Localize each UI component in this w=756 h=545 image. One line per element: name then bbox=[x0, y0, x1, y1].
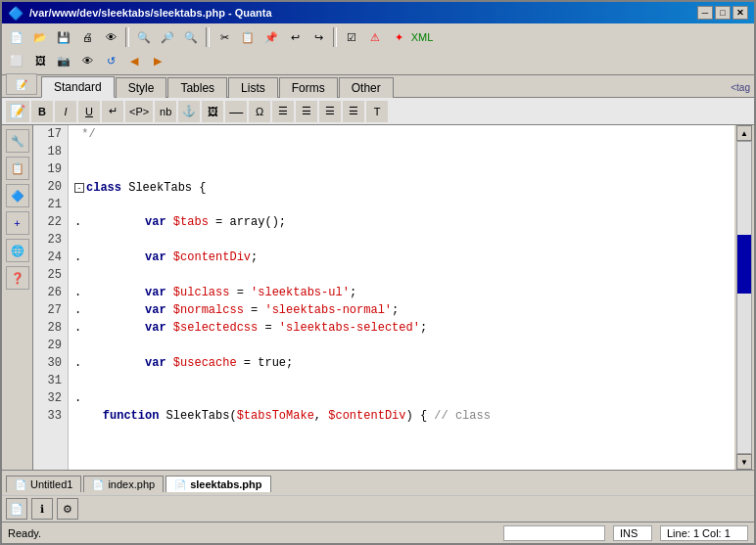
format-anchor-btn[interactable]: ⚓ bbox=[178, 101, 200, 122]
left-btn-2[interactable]: 📋 bbox=[6, 157, 29, 180]
status-ready: Ready. bbox=[8, 527, 496, 539]
tab-lists[interactable]: Lists bbox=[228, 77, 278, 98]
format-align-left-btn[interactable]: ☰ bbox=[272, 101, 294, 122]
status-search-field[interactable] bbox=[503, 525, 605, 541]
back-button[interactable]: ◀ bbox=[123, 50, 145, 71]
zoom-out-button[interactable]: 🔍 bbox=[180, 26, 202, 48]
main-window: 🔷 /var/www/dev/sleektabs/sleektabs.php -… bbox=[0, 0, 756, 545]
file-tab-sleektabs[interactable]: 📄 sleektabs.php bbox=[165, 476, 270, 492]
code-line-23 bbox=[74, 231, 729, 249]
code-line-31 bbox=[74, 372, 729, 389]
right-tag-icon: <tag bbox=[731, 82, 750, 93]
forward-button[interactable]: ▶ bbox=[147, 50, 168, 71]
view-btn3[interactable]: 📷 bbox=[53, 50, 74, 71]
file-tab-untitled[interactable]: 📄 Untitled1 bbox=[6, 476, 81, 492]
status-ins: INS bbox=[613, 525, 652, 541]
file-tab-label-sleektabs: sleektabs.php bbox=[190, 478, 261, 490]
minimize-button[interactable]: ─ bbox=[697, 6, 713, 20]
left-btn-4[interactable]: + bbox=[6, 211, 29, 235]
separator-3 bbox=[333, 27, 337, 47]
view-btn2[interactable]: 🖼 bbox=[29, 50, 51, 71]
format-italic-btn[interactable]: I bbox=[55, 101, 76, 122]
print-button[interactable]: 🖨 bbox=[76, 26, 98, 48]
file-tab-label-index: index.php bbox=[108, 478, 155, 490]
format-nb-btn[interactable]: nb bbox=[155, 101, 176, 122]
code-editor[interactable]: 17 18 19 20 21 22 23 24 25 26 27 28 29 3… bbox=[33, 125, 734, 470]
xml-button[interactable]: XML bbox=[411, 26, 433, 48]
format-align-center-btn[interactable]: ☰ bbox=[296, 101, 317, 122]
format-underline-btn[interactable]: U bbox=[78, 101, 100, 122]
maximize-button[interactable]: □ bbox=[715, 6, 731, 20]
format-special-btn[interactable]: Ω bbox=[249, 101, 270, 122]
window-title: /var/www/dev/sleektabs/sleektabs.php - Q… bbox=[29, 7, 272, 19]
refresh-button[interactable]: ↺ bbox=[100, 50, 121, 71]
cut-button[interactable]: ✂ bbox=[213, 26, 235, 48]
bottom-btn-3[interactable]: ⚙ bbox=[57, 498, 78, 520]
view-btn4[interactable]: 👁 bbox=[76, 50, 98, 71]
bottom-btn-2[interactable]: ℹ bbox=[31, 498, 53, 520]
tab-forms[interactable]: Forms bbox=[279, 77, 338, 98]
format-hr-btn[interactable]: — bbox=[225, 101, 247, 122]
format-text-btn[interactable]: T bbox=[366, 101, 388, 122]
tab-other[interactable]: Other bbox=[339, 77, 394, 98]
file-tab-icon-index: 📄 bbox=[92, 479, 104, 490]
file-tab-icon-untitled: 📄 bbox=[15, 479, 26, 490]
save-button[interactable]: 💾 bbox=[53, 26, 74, 48]
code-line-28: . var $selectedcss = 'sleektabs-selected… bbox=[74, 319, 729, 337]
format-source-btn[interactable]: 📝 bbox=[6, 101, 29, 122]
check-button[interactable]: ☑ bbox=[341, 26, 362, 48]
tab-tables[interactable]: Tables bbox=[167, 77, 227, 98]
format-php-btn[interactable]: <P> bbox=[125, 101, 153, 122]
paste-button[interactable]: 📌 bbox=[260, 26, 282, 48]
validate-button[interactable]: ⚠ bbox=[364, 26, 386, 48]
new-button[interactable]: 📄 bbox=[6, 26, 27, 48]
scroll-up-arrow[interactable]: ▲ bbox=[736, 125, 752, 141]
left-btn-3[interactable]: 🔷 bbox=[6, 184, 29, 207]
format-image-btn[interactable]: 🖼 bbox=[202, 101, 223, 122]
tab-standard[interactable]: Standard bbox=[41, 76, 115, 98]
code-lines: */ -class SleekTabs { . var $tabs = arra… bbox=[69, 125, 734, 470]
tab-style[interactable]: Style bbox=[116, 77, 167, 98]
toolbar-row-2: ⬜ 🖼 📷 👁 ↺ ◀ ▶ bbox=[4, 49, 752, 72]
scrollbar-track[interactable] bbox=[736, 141, 752, 454]
view-btn1[interactable]: ⬜ bbox=[6, 50, 27, 71]
code-line-27: . var $normalcss = 'sleektabs-normal'; bbox=[74, 301, 729, 319]
format-bold-btn[interactable]: B bbox=[31, 101, 53, 122]
right-scrollbar[interactable]: ▲ ▼ bbox=[734, 125, 754, 470]
separator-1 bbox=[125, 27, 129, 47]
scrollbar-thumb[interactable] bbox=[737, 235, 751, 294]
preview-button[interactable]: 👁 bbox=[100, 26, 121, 48]
format-align-justify-btn[interactable]: ☰ bbox=[343, 101, 364, 122]
status-position: Line: 1 Col: 1 bbox=[660, 525, 748, 541]
code-content: 17 18 19 20 21 22 23 24 25 26 27 28 29 3… bbox=[33, 125, 734, 470]
left-btn-1[interactable]: 🔧 bbox=[6, 129, 29, 153]
redo-button[interactable]: ↪ bbox=[307, 26, 329, 48]
zoom-in-button[interactable]: 🔎 bbox=[157, 26, 178, 48]
format-enter-btn[interactable]: ↵ bbox=[102, 101, 123, 122]
code-line-33: function SleekTabs($tabsToMake, $content… bbox=[74, 407, 729, 425]
copy-button[interactable]: 📋 bbox=[237, 26, 259, 48]
code-line-24: . var $contentDiv; bbox=[74, 249, 729, 266]
collapse-btn-20[interactable]: - bbox=[74, 183, 84, 193]
format-toolbar: 📝 B I U ↵ <P> nb ⚓ 🖼 — Ω ☰ ☰ ☰ ☰ T bbox=[2, 98, 754, 125]
status-search-input[interactable] bbox=[510, 527, 598, 539]
editor-left-icon[interactable]: 📝 bbox=[6, 73, 37, 95]
search-button[interactable]: 🔍 bbox=[133, 26, 155, 48]
bottom-btn-1[interactable]: 📄 bbox=[6, 498, 27, 520]
app-icon: 🔷 bbox=[8, 6, 24, 21]
close-button[interactable]: ✕ bbox=[732, 6, 748, 20]
file-tab-label-untitled: Untitled1 bbox=[30, 478, 72, 490]
open-button[interactable]: 📂 bbox=[29, 26, 51, 48]
separator-2 bbox=[206, 27, 210, 47]
file-tab-icon-sleektabs: 📄 bbox=[174, 479, 186, 490]
markup-button[interactable]: ✦ bbox=[388, 26, 409, 48]
file-tab-index[interactable]: 📄 index.php bbox=[83, 476, 164, 492]
line-numbers: 17 18 19 20 21 22 23 24 25 26 27 28 29 3… bbox=[33, 125, 69, 470]
left-btn-6[interactable]: ❓ bbox=[6, 266, 29, 290]
code-line-19 bbox=[74, 160, 729, 178]
left-btn-5[interactable]: 🌐 bbox=[6, 239, 29, 262]
undo-button[interactable]: ↩ bbox=[284, 26, 306, 48]
format-align-right-btn[interactable]: ☰ bbox=[319, 101, 341, 122]
code-line-17: */ bbox=[74, 125, 729, 143]
scroll-down-arrow[interactable]: ▼ bbox=[736, 454, 752, 470]
